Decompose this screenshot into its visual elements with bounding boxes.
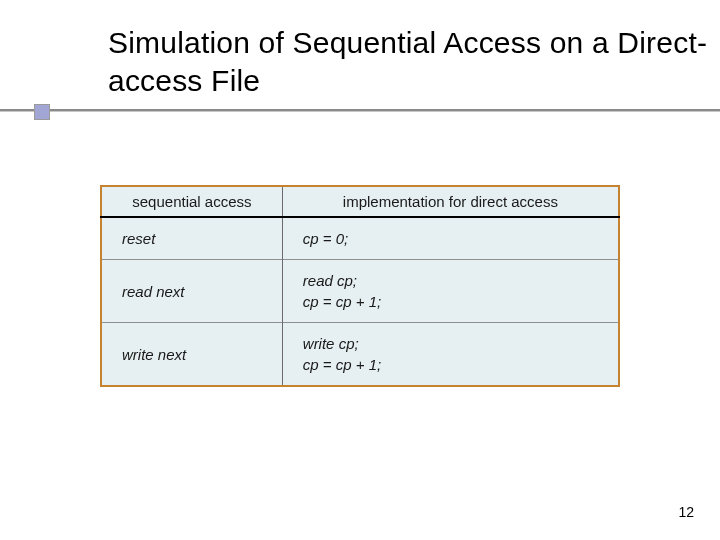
col-header-sequential: sequential access — [101, 186, 282, 217]
op-impl: cp = 0; — [282, 217, 619, 260]
title-wrap: Simulation of Sequential Access on a Dir… — [0, 0, 720, 99]
divider-line-bottom — [0, 111, 720, 112]
operations-table: sequential access implementation for dir… — [100, 185, 620, 387]
slide-title: Simulation of Sequential Access on a Dir… — [108, 24, 720, 99]
table-row: write next write cp;cp = cp + 1; — [101, 323, 619, 387]
slide: Simulation of Sequential Access on a Dir… — [0, 0, 720, 540]
page-number: 12 — [678, 504, 694, 520]
table-container: sequential access implementation for dir… — [100, 185, 620, 387]
op-name: write next — [101, 323, 282, 387]
op-name: reset — [101, 217, 282, 260]
bullet-square-icon — [34, 104, 50, 120]
op-impl: write cp;cp = cp + 1; — [282, 323, 619, 387]
op-name: read next — [101, 260, 282, 323]
title-rule — [0, 109, 720, 133]
table-header-row: sequential access implementation for dir… — [101, 186, 619, 217]
table-row: reset cp = 0; — [101, 217, 619, 260]
col-header-implementation: implementation for direct access — [282, 186, 619, 217]
op-impl: read cp;cp = cp + 1; — [282, 260, 619, 323]
table-row: read next read cp;cp = cp + 1; — [101, 260, 619, 323]
